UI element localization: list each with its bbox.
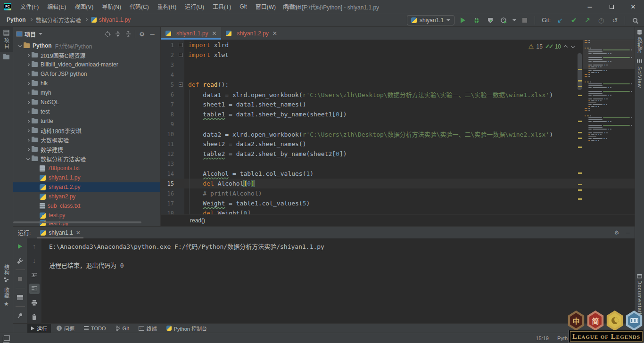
tree-row[interactable]: shiyan1.2.py bbox=[13, 182, 160, 192]
menu-item-1[interactable]: 编辑(E) bbox=[43, 0, 70, 13]
bottom-bar-python[interactable]: Python 控制台 bbox=[163, 324, 211, 333]
tree-row[interactable]: NoSQL bbox=[13, 98, 160, 107]
editor-breadcrumb[interactable]: read() bbox=[161, 214, 635, 226]
chevron-closed-icon[interactable] bbox=[24, 130, 32, 132]
close-icon[interactable]: ✕ bbox=[272, 30, 277, 37]
tree-row[interactable]: shiyan2.py bbox=[13, 192, 160, 201]
code-line-12[interactable]: 12 table2 = data2.sheet_by_name(sheet2[0… bbox=[161, 149, 635, 159]
bottom-bar-todo[interactable]: TODO bbox=[80, 324, 110, 333]
chevron-closed-icon[interactable] bbox=[24, 64, 32, 66]
tree-row[interactable]: 大数据实验 bbox=[13, 135, 160, 145]
line-number[interactable]: 16 bbox=[161, 188, 177, 198]
chevron-closed-icon[interactable] bbox=[24, 120, 32, 122]
prev-problem-icon[interactable] bbox=[564, 45, 568, 49]
line-number[interactable]: 1 bbox=[161, 40, 177, 50]
rerun-button[interactable] bbox=[15, 241, 25, 252]
git-update-button[interactable]: ↙ bbox=[555, 15, 565, 25]
debug-button[interactable] bbox=[471, 15, 482, 25]
expand-all-button[interactable] bbox=[113, 29, 123, 39]
tree-row[interactable]: 数学建模 bbox=[13, 145, 160, 154]
fold-marker-icon[interactable]: − bbox=[179, 43, 183, 47]
interpreter-label[interactable]: Pyth bbox=[557, 335, 568, 341]
line-number[interactable]: 5 bbox=[161, 80, 177, 90]
tree-row[interactable]: myh bbox=[13, 88, 160, 98]
tree-row[interactable]: 动科1805李安琪 bbox=[13, 126, 160, 135]
locate-file-button[interactable] bbox=[102, 29, 113, 39]
tool-stripe-structure[interactable]: 结构 bbox=[0, 261, 13, 285]
code-line-4[interactable]: 4 bbox=[161, 70, 635, 80]
bottom-bar-git-branch[interactable]: Git bbox=[112, 324, 133, 333]
breadcrumb-file[interactable]: shiyan1.1.py bbox=[99, 16, 131, 23]
collapse-all-button[interactable] bbox=[123, 29, 133, 39]
tool-stripe-database[interactable]: 数据库 bbox=[635, 27, 644, 57]
close-icon[interactable]: ✕ bbox=[212, 30, 216, 37]
editor-scrollbar[interactable] bbox=[577, 40, 583, 214]
code-line-11[interactable]: 11 sheet2 = data2.sheet_names() bbox=[161, 139, 635, 149]
chevron-closed-icon[interactable] bbox=[24, 139, 32, 141]
search-everywhere-button[interactable] bbox=[630, 15, 640, 25]
bottom-bar-run[interactable]: 运行 bbox=[27, 324, 51, 333]
line-number[interactable]: 12 bbox=[161, 149, 177, 159]
code-minimap[interactable] bbox=[583, 40, 635, 214]
down-stack-trace-button[interactable]: ↓ bbox=[29, 255, 40, 266]
tree-row[interactable]: PythonF:\代码\Python bbox=[13, 41, 160, 50]
stop-button-disabled[interactable] bbox=[15, 274, 25, 284]
code-line-7[interactable]: 7 sheet1 = data1.sheet_names() bbox=[161, 99, 635, 109]
menu-item-9[interactable]: 窗口(W) bbox=[251, 0, 280, 13]
code-line-18[interactable]: 18 del Weight[0] bbox=[161, 208, 635, 214]
settings-gear-icon[interactable]: ⚙ bbox=[137, 29, 147, 39]
bottom-bar-terminal[interactable]: ›_终端 bbox=[135, 324, 161, 333]
close-button[interactable]: ✕ bbox=[622, 0, 644, 13]
breadcrumb-project[interactable]: Python bbox=[7, 16, 26, 23]
tree-row[interactable]: sub_class.txt bbox=[13, 201, 160, 211]
code-line-14[interactable]: 14 Alcohol = table1.col_values(1) bbox=[161, 169, 635, 179]
line-number[interactable]: 18 bbox=[161, 208, 177, 214]
editor-tab-shiyan1.2.py[interactable]: shiyan1.2.py✕ bbox=[221, 27, 281, 40]
chevron-closed-icon[interactable] bbox=[24, 54, 32, 57]
tree-row[interactable]: test.py bbox=[13, 211, 160, 220]
code-line-16[interactable]: 16 # print(Alcohol) bbox=[161, 188, 635, 198]
menu-item-2[interactable]: 视图(V) bbox=[70, 0, 98, 13]
clear-trash-icon[interactable] bbox=[29, 312, 40, 322]
stop-button[interactable] bbox=[520, 15, 530, 25]
code-line-3[interactable]: 3 bbox=[161, 60, 635, 70]
chevron-down-icon[interactable] bbox=[39, 33, 42, 35]
code-line-17[interactable]: 17 Weight = table1.col_values(5) bbox=[161, 198, 635, 208]
tool-stripe-sciview[interactable]: SciView bbox=[635, 57, 644, 91]
tree-row[interactable]: 788points.txt bbox=[13, 163, 160, 173]
menu-item-6[interactable]: 运行(U) bbox=[181, 0, 208, 13]
tree-row[interactable]: test bbox=[13, 107, 160, 116]
run-configuration-select[interactable]: shiyan1.1 bbox=[407, 15, 454, 25]
code-line-6[interactable]: 6 data1 = xlrd.open_workbook(r'C:\Users\… bbox=[161, 90, 635, 99]
close-icon[interactable]: ✕ bbox=[76, 229, 81, 236]
restore-layout-button[interactable] bbox=[15, 292, 25, 302]
menu-item-3[interactable]: 导航(N) bbox=[98, 0, 125, 13]
toolwindow-switcher-icon[interactable] bbox=[4, 335, 10, 341]
chevron-closed-icon[interactable] bbox=[24, 148, 32, 151]
up-stack-trace-button[interactable]: ↑ bbox=[29, 241, 40, 252]
chevron-open-icon[interactable] bbox=[16, 45, 24, 47]
tool-stripe-favorites[interactable]: 收藏 ★ bbox=[0, 285, 13, 310]
bottom-bar-problems[interactable]: !问题 bbox=[53, 324, 78, 333]
git-history-button[interactable]: ◷ bbox=[596, 15, 606, 25]
code-line-9[interactable]: 9 bbox=[161, 119, 635, 129]
code-area[interactable]: 1−import xlrd2−import xlwt345−def read()… bbox=[161, 40, 635, 214]
line-number[interactable]: 10 bbox=[161, 129, 177, 139]
run-button[interactable] bbox=[458, 15, 468, 25]
tree-row[interactable]: Bilibili_video_download-master bbox=[13, 60, 160, 69]
inspection-widget[interactable]: ⚠ 15 ✓✓ 10 bbox=[527, 42, 577, 51]
code-line-13[interactable]: 13 bbox=[161, 159, 635, 169]
coverage-button[interactable] bbox=[485, 15, 495, 25]
scroll-to-end-button[interactable] bbox=[29, 284, 40, 294]
tool-stripe-project[interactable]: 项目 bbox=[0, 27, 13, 52]
tree-row[interactable]: turtle bbox=[13, 116, 160, 126]
run-console-output[interactable]: E:\Anaconda3\Anaconda3\python.exe F:/代码/… bbox=[41, 238, 635, 323]
project-panel-title[interactable]: 项目 bbox=[25, 30, 36, 38]
fold-marker-icon[interactable]: − bbox=[179, 82, 183, 87]
line-number[interactable]: 6 bbox=[161, 90, 177, 99]
more-run-options-icon[interactable] bbox=[512, 19, 516, 21]
git-push-button[interactable]: ↗ bbox=[582, 15, 593, 25]
fold-marker-icon[interactable]: − bbox=[179, 53, 183, 57]
code-line-5[interactable]: 5−def read(): bbox=[161, 80, 635, 90]
menu-item-4[interactable]: 代码(C) bbox=[125, 0, 153, 13]
